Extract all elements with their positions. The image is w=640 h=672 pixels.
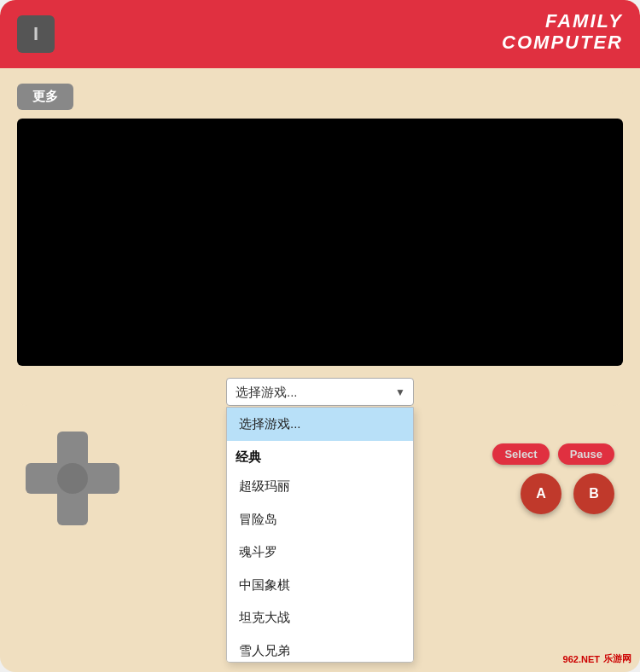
dropdown-item-mario[interactable]: 超级玛丽: [227, 470, 413, 503]
watermark: 962.NET 乐游网: [563, 652, 631, 665]
watermark-site: 乐游网: [603, 652, 631, 665]
dropdown-item-placeholder[interactable]: 选择游戏...: [227, 408, 413, 441]
select-button[interactable]: Select: [492, 443, 549, 465]
dpad-center: [57, 463, 88, 494]
console-header: I FAMILY COMPUTER: [0, 0, 640, 68]
pause-button[interactable]: Pause: [558, 443, 614, 465]
dropdown-item-tank[interactable]: 坦克大战: [227, 601, 413, 634]
ab-row: A B: [521, 473, 614, 514]
select-pause-row: Select Pause: [492, 443, 614, 465]
dropdown-overlay: 选择游戏... 经典 超级玛丽 冒险岛 魂斗罗 中国象棋 坦克大战 雪人兄弟 越…: [226, 407, 414, 663]
screen-area: 更多 选择游戏... 超级玛丽 冒险岛 魂斗罗 中国象棋 坦克大战 雪人兄弟 越…: [17, 84, 623, 406]
dpad[interactable]: [26, 432, 119, 525]
power-indicator[interactable]: I: [17, 15, 55, 53]
brand-line1: FAMILY: [545, 10, 623, 32]
power-symbol: I: [33, 23, 38, 45]
right-controls: Select Pause A B: [492, 443, 614, 514]
b-button[interactable]: B: [573, 473, 614, 514]
game-select-input[interactable]: 选择游戏... 超级玛丽 冒险岛 魂斗罗 中国象棋 坦克大战 雪人兄弟 越野摩托…: [226, 378, 414, 406]
console-body: I FAMILY COMPUTER 更多 选择游戏... 超级玛丽 冒险岛 魂斗…: [0, 0, 640, 672]
dropdown-item-adventure[interactable]: 冒险岛: [227, 503, 413, 536]
watermark-number: 962.NET: [563, 654, 600, 664]
dropdown-item-chess[interactable]: 中国象棋: [227, 569, 413, 602]
dropdown-container: 选择游戏... 超级玛丽 冒险岛 魂斗罗 中国象棋 坦克大战 雪人兄弟 越野摩托…: [17, 378, 623, 406]
dropdown-item-contra[interactable]: 魂斗罗: [227, 536, 413, 569]
a-button[interactable]: A: [521, 473, 561, 514]
dropdown-item-snowman[interactable]: 雪人兄弟: [227, 634, 413, 663]
select-wrapper[interactable]: 选择游戏... 超级玛丽 冒险岛 魂斗罗 中国象棋 坦克大战 雪人兄弟 越野摩托…: [226, 378, 414, 406]
more-button[interactable]: 更多: [17, 84, 73, 110]
screen-display: [17, 119, 623, 366]
dropdown-group-classic: 经典: [227, 441, 413, 471]
brand-title: FAMILY COMPUTER: [502, 10, 623, 54]
brand-line2: COMPUTER: [502, 32, 623, 53]
